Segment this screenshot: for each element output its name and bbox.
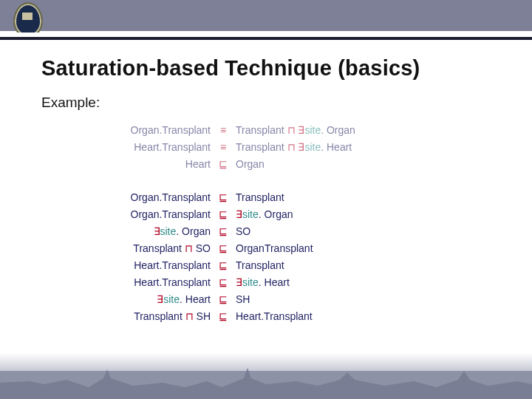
- dot: .: [259, 276, 265, 288]
- dot: .: [259, 208, 265, 220]
- concept: Transplant: [236, 259, 284, 271]
- concept: Heart.Transplant: [236, 310, 313, 322]
- concept: Organ: [236, 158, 265, 170]
- dot: .: [180, 293, 185, 305]
- role: site: [304, 124, 321, 136]
- op-exists: ∃: [236, 208, 242, 220]
- op-sqcap: ⊓: [287, 141, 296, 153]
- concept: Transplant: [134, 310, 183, 322]
- example-label: Example:: [41, 95, 100, 111]
- axiom-list: Organ.Transplant ≡ Transplant ⊓ ∃site. O…: [52, 124, 488, 344]
- role: site: [242, 276, 259, 288]
- axiom-row: Heart.Transplant ⊑ ∃site. Heart: [52, 276, 488, 293]
- concept: Heart.Transplant: [134, 259, 211, 271]
- footer-bar: [0, 371, 532, 399]
- axiom-row: ∃site. Organ ⊑ SO: [52, 225, 488, 242]
- relation-subcls: ⊑: [216, 225, 230, 237]
- concept: Organ: [182, 225, 211, 237]
- relation-subcls: ⊑: [216, 208, 230, 220]
- axiom-row: Organ.Transplant ⊑ ∃site. Organ: [52, 208, 488, 225]
- concept: Organ: [327, 124, 355, 136]
- op-sqcap: ⊓: [185, 310, 194, 322]
- concept: Heart: [185, 158, 211, 170]
- relation-subcls: ⊑: [216, 158, 230, 170]
- relation-subcls: ⊑: [216, 242, 230, 254]
- relation-subcls: ⊑: [216, 191, 230, 203]
- axiom-group-original: Organ.Transplant ≡ Transplant ⊓ ∃site. O…: [52, 124, 488, 175]
- relation-subcls: ⊑: [216, 259, 230, 271]
- concept: Organ.Transplant: [131, 191, 211, 203]
- op-exists: ∃: [157, 293, 163, 305]
- axiom-row: Heart.Transplant ≡ Transplant ⊓ ∃site. H…: [52, 141, 488, 158]
- concept: Transplant: [236, 141, 284, 153]
- axiom-row: ∃site. Heart ⊑ SH: [52, 293, 488, 310]
- skyline-icon: [0, 365, 532, 399]
- op-sqcap: ⊓: [287, 124, 296, 136]
- concept: Heart.Transplant: [134, 141, 211, 153]
- role: site: [163, 293, 180, 305]
- op-exists: ∃: [154, 225, 160, 237]
- concept: Transplant: [236, 124, 284, 136]
- axiom-row: Transplant ⊓ SH ⊑ Heart.Transplant: [52, 310, 488, 327]
- relation-subcls: ⊑: [216, 276, 230, 288]
- role: site: [160, 225, 177, 237]
- relation-equiv: ≡: [216, 124, 230, 136]
- relation-subcls: ⊑: [216, 310, 230, 322]
- op-exists: ∃: [236, 276, 242, 288]
- axiom-row: Heart ⊑ Organ: [52, 158, 488, 175]
- concept: SH: [197, 310, 211, 322]
- header-rule: [0, 33, 532, 40]
- dot: .: [176, 225, 182, 237]
- concept: OrganTransplant: [236, 242, 313, 254]
- concept: Heart: [185, 293, 211, 305]
- concept: Transplant: [133, 242, 182, 254]
- axiom-row: Heart.Transplant ⊑ Transplant: [52, 259, 488, 276]
- concept: Heart.Transplant: [134, 276, 211, 288]
- axiom-row: Organ.Transplant ≡ Transplant ⊓ ∃site. O…: [52, 124, 488, 141]
- axiom-row: Organ.Transplant ⊑ Transplant: [52, 191, 488, 208]
- dot: .: [321, 141, 327, 153]
- dot: .: [321, 124, 327, 136]
- axiom-group-saturated: Organ.Transplant ⊑ Transplant Organ.Tran…: [52, 191, 488, 327]
- concept: SH: [236, 293, 250, 305]
- relation-subcls: ⊑: [216, 293, 230, 305]
- role: site: [242, 208, 259, 220]
- concept: Heart: [327, 141, 352, 153]
- concept: Organ.Transplant: [131, 124, 211, 136]
- concept: Organ: [265, 208, 293, 220]
- relation-equiv: ≡: [216, 141, 230, 153]
- concept: SO: [236, 225, 250, 237]
- concept: Heart: [265, 276, 290, 288]
- concept: Organ.Transplant: [131, 208, 211, 220]
- axiom-row: Transplant ⊓ SO ⊑ OrganTransplant: [52, 242, 488, 259]
- role: site: [304, 141, 321, 153]
- page-title: Saturation-based Technique (basics): [41, 56, 420, 81]
- op-sqcap: ⊓: [185, 242, 193, 254]
- header-bar: [0, 0, 532, 31]
- concept: Transplant: [236, 191, 284, 203]
- concept: SO: [196, 242, 211, 254]
